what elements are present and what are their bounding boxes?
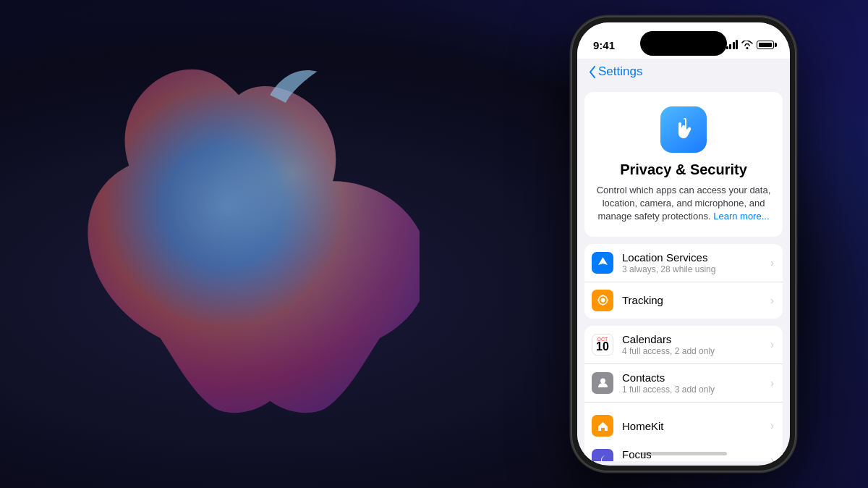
svg-point-1 [600,298,605,303]
header-description: Control which apps can access your data,… [596,184,771,224]
dynamic-island [640,31,727,56]
apple-logo [58,56,420,432]
tracking-icon [592,290,613,311]
status-icons [726,41,775,49]
tracking-symbol-icon [597,294,609,306]
location-services-text: Location Services 3 always, 28 while usi… [622,251,766,274]
chevron-right-icon: › [770,339,774,350]
homekit-text: HomeKit [622,420,766,432]
svg-point-7 [600,379,605,384]
calendars-row[interactable]: OCT 10 Calendars 4 full access, 2 add on… [584,326,783,364]
battery-icon [757,41,774,49]
learn-more-link[interactable]: Learn more... [713,211,769,222]
homekit-partial-row: HomeKit › [584,408,783,444]
moon-icon [597,453,609,461]
back-label: Settings [598,64,642,79]
focus-icon [592,449,613,461]
back-button[interactable]: Settings [589,64,642,79]
homekit-row[interactable]: HomeKit › [584,408,783,444]
location-services-icon [592,252,613,274]
wifi-icon [741,41,753,49]
contacts-row[interactable]: Contacts 1 full access, 3 add only › [584,364,783,403]
chevron-right-icon: › [770,257,774,269]
home-indicator [640,452,727,455]
signal-icon [726,41,739,49]
page-title: Privacy & Security [596,161,771,178]
contacts-icon [592,372,613,394]
calendars-icon: OCT 10 [592,334,613,356]
contacts-text: Contacts 1 full access, 3 add only [622,371,766,395]
iphone-frame: 9:41 [571,17,796,471]
tracking-text: Tracking [622,294,766,306]
privacy-header: Privacy & Security Control which apps ca… [584,92,783,237]
chevron-left-icon [589,66,596,78]
location-icon [597,256,609,269]
iphone-screen: 9:41 [577,22,790,466]
homekit-icon [592,415,613,437]
chevron-right-icon: › [770,420,774,432]
hand-raised-icon [671,117,697,143]
chevron-right-icon: › [770,454,774,461]
calendars-text: Calendars 4 full access, 2 add only [622,333,766,356]
screen-content: Privacy & Security Control which apps ca… [577,85,790,461]
person-icon [597,376,609,389]
svg-point-0 [746,47,749,49]
status-time: 9:41 [593,39,615,51]
iphone-device: 9:41 [571,17,796,471]
nav-bar: Settings [577,59,790,85]
settings-group-1: Location Services 3 always, 28 while usi… [584,244,783,319]
home-icon [597,420,609,432]
tracking-row[interactable]: Tracking › [584,282,783,319]
privacy-icon [660,106,707,153]
chevron-right-icon: › [770,377,774,389]
chevron-right-icon: › [770,295,774,306]
location-services-row[interactable]: Location Services 3 always, 28 while usi… [584,244,783,282]
